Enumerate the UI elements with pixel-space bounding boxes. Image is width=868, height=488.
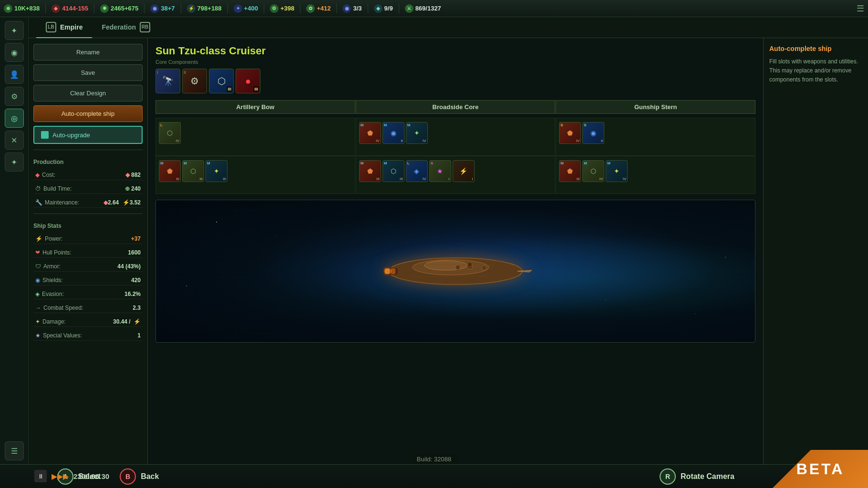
auto-upgrade-button[interactable]: Auto-upgrade — [33, 126, 143, 144]
bow-slot-2-2[interactable]: M ⬡ III — [182, 160, 204, 182]
sep10 — [399, 4, 399, 13]
pop-icon: ◉ — [342, 4, 351, 13]
sep2 — [94, 4, 94, 13]
xp-value: 10K+838 — [14, 5, 40, 12]
evasion-value: 16.2% — [124, 291, 141, 297]
ship-title: Sun Tzu-class Cruiser — [155, 45, 755, 57]
pause-button[interactable]: ⏸ — [34, 470, 47, 482]
sidebar-item-empire[interactable]: ◉ — [5, 43, 24, 62]
back-action[interactable]: B Back — [120, 468, 159, 485]
stern-slot-2-2[interactable]: M ⬡ IV — [582, 160, 604, 182]
damage-value: 30.44 / ⚡ — [113, 318, 141, 325]
build-info: Build: 32088 — [411, 454, 457, 464]
special-label: ★Special Values: — [35, 332, 82, 339]
sep8 — [336, 4, 337, 13]
clear-design-button[interactable]: Clear Design — [33, 85, 143, 102]
core-slot-3[interactable]: ⬡ III — [209, 69, 234, 93]
rename-button[interactable]: Rename — [33, 44, 143, 61]
sidebar-item-galaxy[interactable]: ✦ — [5, 21, 24, 40]
food-value: 2465+675 — [111, 5, 138, 12]
energy-value: 798+188 — [197, 5, 222, 12]
sidebar-item-fleet[interactable]: ◎ — [5, 109, 24, 128]
sidebar-item-research[interactable]: ✦ — [5, 152, 24, 172]
military-value: 869/1327 — [415, 5, 441, 12]
top-bar: ⊕ 10K+838 ◆ 4144-155 ❋ 2465+675 ◉ 38+7 ⚡… — [0, 0, 868, 17]
sidebar-item-diplomacy[interactable]: ✕ — [5, 131, 24, 150]
back-label: Back — [141, 472, 159, 481]
core-slot-1-1[interactable]: M ⬟ IV — [359, 122, 381, 144]
federation-key-badge: RB — [140, 22, 150, 32]
military-resource: ⚔ 869/1327 — [405, 4, 441, 13]
stern-slot-2-3[interactable]: M ✦ IV — [606, 160, 628, 182]
core-extra-slot[interactable]: ⚡ I — [453, 160, 475, 182]
tab-federation[interactable]: Federation RB — [92, 17, 160, 38]
tabs-row: LB Empire Federation RB — [29, 17, 868, 38]
core-slot-1-2[interactable]: M ◉ II — [382, 122, 404, 144]
minerals-icon: ◆ — [52, 4, 60, 13]
cost-label: ◆ Cost: — [35, 172, 55, 178]
heroes-resource: ◈ 9/9 — [374, 4, 393, 13]
sep3 — [144, 4, 145, 13]
industry-icon: ⚙ — [270, 4, 279, 13]
core-slot-2-2[interactable]: M ⬡ III — [382, 160, 404, 182]
sep6 — [264, 4, 264, 13]
core-slot-2-4[interactable]: A ★ I — [429, 160, 451, 182]
back-key-badge: B — [120, 468, 136, 485]
stern-slot-1-2[interactable]: S ◉ II — [582, 122, 604, 144]
cost-value: ◆ 882 — [125, 172, 141, 178]
shields-value: 420 — [131, 277, 141, 284]
shields-row: ◉Shields: 420 — [33, 275, 143, 285]
sidebar-item-menu[interactable]: ☰ — [5, 441, 24, 460]
core-slot-4[interactable]: ● III — [236, 69, 260, 93]
left-panel: Rename Save Clear Design Auto-complete s… — [29, 38, 148, 464]
bow-slot-1-1[interactable]: L ⬡ IV — [159, 122, 181, 144]
section-core-header[interactable]: Broadside Core — [356, 100, 556, 114]
armor-row: 🛡Armor: 44 (43%) — [33, 262, 143, 272]
food-icon: ❋ — [100, 4, 109, 13]
core-slot-1-3[interactable]: M ✦ IV — [406, 122, 428, 144]
core-slot-2-1[interactable]: M ⬟ III — [359, 160, 381, 182]
armor-value: 44 (43%) — [117, 263, 141, 270]
stern-slot-2-1[interactable]: M ⬟ III — [559, 160, 581, 182]
bow-slot-2-1[interactable]: M ⬟ III — [159, 160, 181, 182]
minerals-resource: ◆ 4144-155 — [52, 4, 88, 13]
build-time-row: ⏱ Build Time: ⊕ 240 — [33, 184, 143, 194]
stern-slot-1-1[interactable]: S ⬟ IV — [559, 122, 581, 144]
combat-speed-value: 2.3 — [133, 305, 141, 311]
science-icon: ✦ — [234, 4, 242, 13]
tab-empire[interactable]: LB Empire — [36, 17, 92, 38]
power-label: ⚡Power: — [35, 235, 62, 242]
save-button[interactable]: Save — [33, 64, 143, 81]
special-value: 1 — [137, 332, 141, 339]
sidebar-item-ships[interactable]: ⚙ — [5, 87, 24, 106]
hull-value: 1600 — [128, 249, 141, 256]
divider-1 — [33, 150, 143, 150]
top-bar-end: ☰ — [857, 3, 864, 14]
core-slot-2-3[interactable]: L ◈ IV — [406, 160, 428, 182]
influence-resource: ◉ 38+7 — [150, 4, 175, 13]
menu-icon[interactable]: ☰ — [857, 3, 864, 14]
core-slot-1[interactable]: 🔭 I — [155, 69, 180, 93]
core-slot-2[interactable]: ⚙ II — [182, 69, 207, 93]
empire-key-badge: LB — [46, 22, 56, 32]
section-stern-header[interactable]: Gunship Stern — [556, 100, 755, 114]
bow-slot-2-3[interactable]: M ✦ III — [206, 160, 227, 182]
industry-value: +398 — [280, 5, 294, 12]
ship-stats-title: Ship Stats — [33, 223, 143, 229]
maintenance-value: ◆2.64 ⚡3.52 — [103, 199, 141, 206]
damage-label: ✦Damage: — [35, 318, 66, 325]
rotate-action[interactable]: R Rotate Camera — [660, 468, 734, 485]
auto-complete-button[interactable]: Auto-complete ship — [33, 105, 143, 122]
food-resource: ❋ 2465+675 — [100, 4, 138, 13]
cost-row: ◆ Cost: ◆ 882 — [33, 170, 143, 180]
combat-speed-label: →Combat Speed: — [35, 305, 83, 311]
energy-icon: ⚡ — [187, 4, 196, 13]
culture-icon: ✿ — [306, 4, 315, 13]
left-sidebar: ✦ ◉ 👤 ⚙ ◎ ✕ ✦ ☰ — [0, 17, 29, 464]
ship-svg — [374, 238, 537, 305]
industry-resource: ⚙ +398 — [270, 4, 294, 13]
core-components-label: Core Components — [155, 59, 755, 65]
section-bow-header[interactable]: Artillery Bow — [155, 100, 355, 114]
sidebar-item-leaders[interactable]: 👤 — [5, 65, 24, 84]
bottom-bar: A Select B Back R Rotate Camera — [0, 464, 868, 488]
